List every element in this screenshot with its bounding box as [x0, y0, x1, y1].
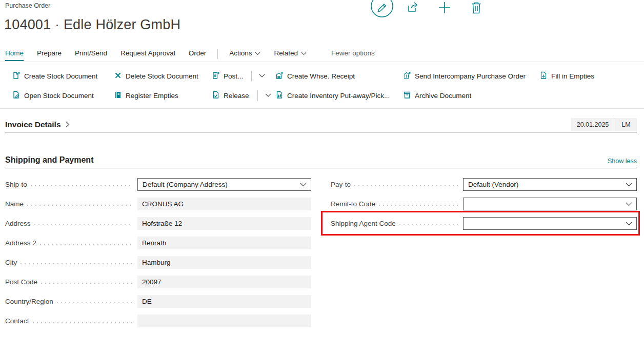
tab-order[interactable]: Order [189, 49, 207, 60]
share-icon [407, 7, 420, 15]
edit-pencil-icon [370, 12, 394, 19]
remit-to-code-combobox[interactable] [463, 198, 637, 210]
field-label: Country/Region [5, 298, 53, 305]
create-inventory-putaway-pick-button[interactable]: Create Inventory Put-away/Pick... [275, 90, 390, 101]
user-initials-badge[interactable]: LM [615, 118, 637, 131]
share-button[interactable] [407, 1, 420, 15]
post-icon [212, 71, 220, 81]
dotted-leader [40, 244, 132, 245]
archive-document-button[interactable]: Archive Document [403, 90, 471, 101]
menu-related[interactable]: Related [274, 49, 307, 57]
field-row-contact: Contact [5, 315, 311, 327]
delete-stock-document-button[interactable]: Delete Stock Document [114, 70, 198, 82]
field-row-shipping-agent-code: Shipping Agent Code [331, 217, 637, 230]
document-down-arrow-icon [539, 71, 548, 81]
page-title: 104001 · Edle Hölzer GmbH [4, 17, 180, 33]
dotted-leader [354, 185, 458, 186]
field-label: City [5, 259, 17, 266]
chevron-down-icon [626, 183, 632, 187]
shipping-agent-code-combobox[interactable] [463, 217, 637, 230]
plus-icon [438, 8, 451, 16]
register-empties-button[interactable]: Register Empties [114, 90, 178, 101]
open-stock-document-icon [12, 91, 21, 101]
create-stock-document-button[interactable]: Create Stock Document [12, 70, 97, 82]
fewer-options-button[interactable]: Fewer options [331, 49, 375, 57]
release-button[interactable]: Release [212, 90, 272, 101]
menu-actions[interactable]: Actions [229, 49, 260, 57]
chevron-right-icon [65, 121, 70, 130]
create-whse-receipt-button[interactable]: Create Whse. Receipt [275, 70, 355, 82]
pay-to-combobox[interactable]: Default (Vendor) [463, 178, 637, 191]
posting-date-control: 20.01.2025 LM [571, 118, 637, 131]
tab-prepare[interactable]: Prepare [37, 49, 62, 60]
shipping-payment-header[interactable]: Shipping and Payment [5, 155, 93, 165]
delete-button[interactable] [471, 1, 482, 16]
field-row-post-code: Post Code 20097 [5, 276, 311, 288]
field-row-address: Address Hofstraße 12 [5, 217, 311, 230]
posting-date-value[interactable]: 20.01.2025 [571, 118, 615, 131]
trash-icon [471, 8, 482, 16]
dotted-leader [31, 185, 132, 186]
new-button[interactable] [438, 1, 451, 16]
archive-document-icon [403, 91, 411, 101]
chevron-down-icon [301, 49, 307, 57]
chevron-down-icon [626, 202, 632, 206]
dotted-leader [57, 302, 132, 303]
fill-in-empties-button[interactable]: Fill in Empties [539, 70, 594, 82]
open-stock-document-button[interactable]: Open Stock Document [12, 90, 94, 101]
release-icon [212, 91, 220, 101]
dotted-leader [399, 224, 458, 225]
tab-print-send[interactable]: Print/Send [75, 49, 107, 60]
chevron-down-icon [626, 222, 632, 226]
field-label: Name [5, 200, 24, 208]
chevron-down-icon [255, 49, 260, 57]
field-row-city: City Hamburg [5, 256, 311, 269]
name-field[interactable]: CRONUS AG [137, 198, 311, 210]
page-caption: Purchase Order [5, 2, 50, 9]
country-region-field[interactable]: DE [137, 295, 311, 308]
show-less-link[interactable]: Show less [608, 158, 637, 165]
split-divider [251, 71, 252, 82]
invoice-details-header[interactable]: Invoice Details [5, 120, 70, 130]
field-label: Shipping Agent Code [331, 220, 396, 227]
field-label: Address 2 [5, 239, 36, 247]
create-stock-document-icon [12, 71, 21, 81]
tab-home[interactable]: Home [5, 49, 24, 61]
dotted-leader [41, 283, 132, 284]
dotted-leader [21, 263, 132, 264]
post-button[interactable]: Post... [212, 70, 266, 82]
dotted-leader [33, 322, 132, 323]
toolbar-bottom-divider [0, 108, 644, 109]
dotted-leader [27, 205, 132, 206]
field-row-country-region: Country/Region DE [5, 295, 311, 308]
address-2-field[interactable]: Benrath [137, 237, 311, 249]
contact-field[interactable] [137, 315, 311, 327]
shipping-fields-left-column: Ship-to Default (Company Address) Name C… [5, 178, 311, 334]
ship-to-combobox[interactable]: Default (Company Address) [137, 178, 311, 191]
field-row-address-2: Address 2 Benrath [5, 237, 311, 249]
send-intercompany-purchase-order-button[interactable]: Send Intercompany Purchase Order [403, 70, 526, 82]
city-field[interactable]: Hamburg [137, 256, 311, 269]
post-code-field[interactable]: 20097 [137, 276, 311, 288]
edit-button[interactable] [370, 0, 394, 19]
release-dropdown-chevron[interactable] [264, 92, 272, 99]
field-row-remit-to-code: Remit-to Code [331, 198, 637, 210]
dotted-leader [34, 224, 132, 225]
building-send-icon [403, 71, 411, 81]
field-label: Address [5, 220, 31, 227]
warehouse-receipt-icon [275, 71, 284, 81]
menu-divider [217, 49, 218, 59]
field-row-pay-to: Pay-to Default (Vendor) [331, 178, 637, 191]
delete-stock-document-icon [114, 71, 122, 81]
post-dropdown-chevron[interactable] [258, 73, 266, 79]
dotted-leader [379, 205, 458, 206]
field-label: Remit-to Code [331, 200, 375, 208]
field-label: Post Code [5, 278, 37, 286]
tab-request-approval[interactable]: Request Approval [120, 49, 175, 60]
document-arrows-icon [275, 91, 284, 101]
shipping-payment-underline [5, 168, 637, 168]
field-label: Contact [5, 317, 29, 325]
field-label: Ship-to [5, 181, 27, 188]
invoice-details-underline [5, 132, 637, 132]
address-field[interactable]: Hofstraße 12 [137, 217, 311, 230]
